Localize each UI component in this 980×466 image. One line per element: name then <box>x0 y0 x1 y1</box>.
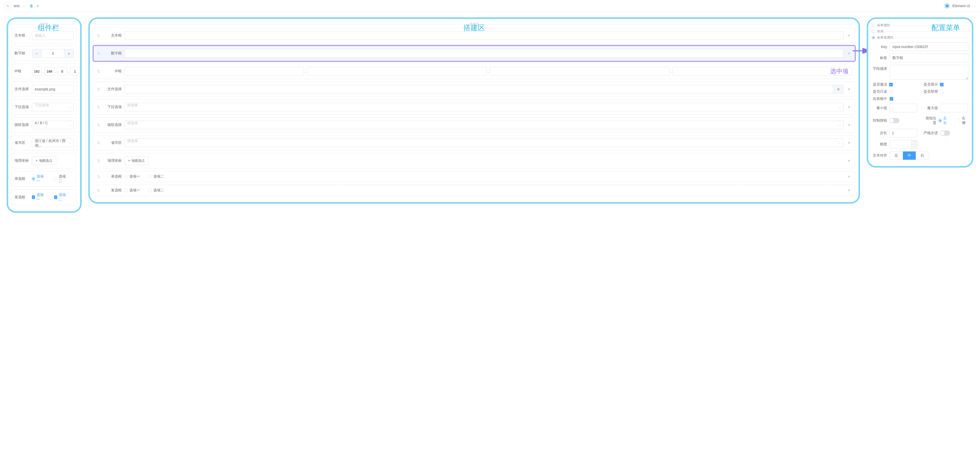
drag-handle-icon[interactable]: ⇅ <box>96 70 101 73</box>
build-item-ip[interactable]: ⇅ IP框 . . . 选中项 <box>94 64 855 79</box>
component-map[interactable]: 地理坐标 ⌖地图选点 <box>12 153 76 168</box>
component-ip[interactable]: IP框 . . . <box>12 64 76 79</box>
radio-option[interactable]: 选项一 <box>32 174 46 184</box>
drag-handle-icon[interactable]: ⇅ <box>96 175 101 179</box>
component-radio[interactable]: 单选框 选项一 选项二 <box>12 171 76 187</box>
component-text[interactable]: 文本框 <box>12 28 76 43</box>
component-region[interactable]: 省市区 浙江省 / 杭州市 / 西湖...⌄ <box>12 135 76 150</box>
desc-input[interactable] <box>890 65 968 80</box>
cascade-input[interactable]: A / B / C <box>32 121 74 129</box>
upload-icon[interactable]: ⊕ <box>833 85 843 94</box>
region-input[interactable]: 浙江省 / 杭州市 / 西湖... <box>32 139 74 147</box>
strict-switch[interactable] <box>940 131 950 136</box>
component-cascade[interactable]: 级联选择 A / B / C⌄ <box>12 117 76 132</box>
ip-octet[interactable] <box>57 67 67 76</box>
intable-checkbox[interactable]: ✓ <box>890 97 893 101</box>
number-input[interactable] <box>124 49 843 58</box>
file-input[interactable] <box>32 85 74 94</box>
component-check[interactable]: 复选框 ✓选项一 ✓选项二 <box>12 189 76 205</box>
check-option[interactable]: 选项二 <box>148 188 164 193</box>
drag-handle-icon[interactable]: ⇅ <box>96 88 101 91</box>
build-item-cascade[interactable]: ⇅ 级联选择 请选择⌄ × <box>94 117 855 132</box>
chevron-down-icon[interactable]: ⌄ <box>974 4 976 7</box>
btnpos-option[interactable]: 右侧 <box>957 116 968 125</box>
build-item-region[interactable]: ⇅ 省市区 请选择⌄ × <box>94 135 855 150</box>
precision-input[interactable]: ⌃⌄ <box>890 140 918 149</box>
radio-option[interactable]: 选项二 <box>54 174 68 184</box>
build-item-check[interactable]: ⇅ 复选框 选项一 选项二 × <box>94 185 855 196</box>
remove-button[interactable]: × <box>846 105 852 109</box>
build-item-text[interactable]: ⇅ 文本框 × <box>94 28 855 43</box>
add-tab-icon[interactable]: + <box>37 3 39 8</box>
show-checkbox[interactable]: ✓ <box>940 83 943 86</box>
drag-handle-icon[interactable]: ⇅ <box>96 105 101 109</box>
select-input[interactable]: 请选择 <box>124 103 843 112</box>
component-file[interactable]: 文件选择 <box>12 81 76 97</box>
ip-octet[interactable] <box>673 67 852 76</box>
remove-button[interactable]: × <box>846 141 852 145</box>
ip-octet[interactable] <box>124 67 304 76</box>
drag-handle-icon[interactable]: ⇅ <box>96 188 101 192</box>
map-pick-button[interactable]: ⌖地图选点 <box>32 156 56 165</box>
align-left-button[interactable]: 左 <box>890 152 903 160</box>
number-input[interactable]: − 3 + <box>32 49 74 58</box>
config-section-item-props[interactable]: 表单项属性 <box>872 35 968 40</box>
min-input[interactable] <box>889 104 917 112</box>
remove-button[interactable]: × <box>846 174 852 179</box>
drag-handle-icon[interactable]: ⇅ <box>96 123 101 127</box>
ip-input[interactable]: . . . <box>32 67 80 76</box>
btnpos-option[interactable]: 左右 <box>939 116 950 125</box>
tag-input[interactable] <box>890 54 968 62</box>
file-input[interactable] <box>124 85 833 94</box>
readonly-checkbox[interactable] <box>889 90 893 94</box>
plus-button[interactable]: + <box>64 49 73 57</box>
step-input[interactable] <box>889 129 917 137</box>
build-item-radio[interactable]: ⇅ 单选框 选项一 选项二 × <box>94 171 855 182</box>
remove-button[interactable]: × <box>846 159 852 163</box>
ip-input[interactable]: . . . <box>124 67 852 76</box>
tab-name[interactable]: test ⌄ <box>14 4 25 8</box>
ip-octet[interactable] <box>490 67 670 76</box>
check-option[interactable]: 选项一 <box>124 188 140 193</box>
config-section-layout[interactable]: 布局 <box>872 29 968 34</box>
remove-button[interactable]: × <box>846 51 852 56</box>
ip-octet[interactable] <box>32 67 41 76</box>
align-right-button[interactable]: 右 <box>916 152 929 160</box>
text-input[interactable] <box>32 31 74 40</box>
active-checkbox[interactable]: ✓ <box>889 83 893 86</box>
ctrl-btn-switch[interactable] <box>889 118 899 123</box>
build-item-map[interactable]: ⇅ 地理坐标 ⌖地图选点 × <box>94 153 855 168</box>
max-input[interactable] <box>940 104 968 112</box>
build-item-number[interactable]: ⇅ 数字框 × <box>94 46 855 61</box>
disabled-checkbox[interactable] <box>940 90 943 94</box>
ip-octet[interactable] <box>70 67 80 76</box>
build-item-select[interactable]: ⇅ 下拉选项 请选择⌄ × <box>94 99 855 115</box>
radio-option[interactable]: 选项一 <box>124 174 140 179</box>
ip-octet[interactable] <box>45 67 54 76</box>
ip-octet[interactable] <box>307 67 487 76</box>
minus-button[interactable]: − <box>32 49 41 57</box>
check-option[interactable]: ✓选项一 <box>32 193 46 202</box>
cascade-input[interactable]: 请选择 <box>124 121 843 129</box>
remove-button[interactable]: × <box>846 34 852 38</box>
component-number[interactable]: 数字框 − 3 + <box>12 46 76 61</box>
align-center-button[interactable]: 中 <box>903 152 916 160</box>
component-select[interactable]: 下拉选项 下拉选项⌄ <box>12 99 76 115</box>
drag-handle-icon[interactable]: ⇅ <box>96 52 101 56</box>
map-pick-button[interactable]: ⌖地图选点 <box>124 156 148 165</box>
drag-handle-icon[interactable]: ⇅ <box>96 159 101 163</box>
radio-option[interactable]: 选项二 <box>148 174 164 179</box>
remove-button[interactable]: × <box>846 87 852 91</box>
delete-tab-icon[interactable]: 🗑 <box>30 4 33 8</box>
drag-handle-icon[interactable]: ⇅ <box>96 141 101 145</box>
region-input[interactable]: 请选择 <box>124 139 843 147</box>
config-section-form-props[interactable]: 表单属性 <box>872 23 968 27</box>
build-item-file[interactable]: ⇅ 文件选择 ⊕ × <box>94 81 855 97</box>
check-option[interactable]: ✓选项二 <box>54 193 68 202</box>
drag-handle-icon[interactable]: ⇅ <box>96 34 101 38</box>
stepper-down-icon[interactable]: ⌄ <box>912 144 918 149</box>
text-input[interactable] <box>124 31 843 40</box>
key-input[interactable] <box>890 42 968 51</box>
select-input[interactable]: 下拉选项 <box>32 103 74 112</box>
stepper-up-icon[interactable]: ⌃ <box>912 140 918 144</box>
